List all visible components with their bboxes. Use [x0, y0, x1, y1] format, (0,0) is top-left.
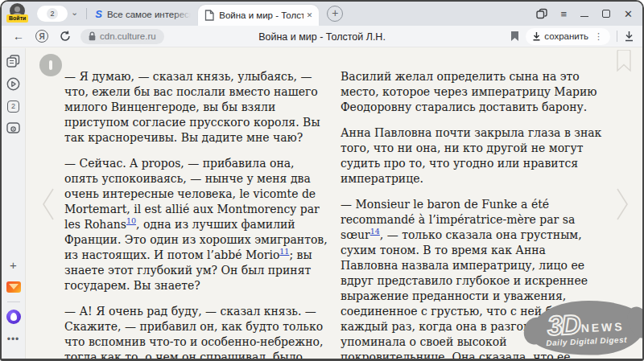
panels-icon[interactable]	[6, 53, 22, 69]
book-text: — Я думаю, — сказал князь, улыбаясь, — ч…	[64, 69, 606, 361]
reload-icon[interactable]	[60, 31, 71, 42]
footnote-link[interactable]: 14	[370, 227, 380, 236]
reader-marker-button[interactable]	[39, 54, 62, 76]
close-tab-icon[interactable]: ✕	[307, 11, 313, 19]
browser-window: Войти 2 ⌄ S Все самое интересное из Войн…	[0, 0, 644, 361]
maximize-glyph	[602, 10, 610, 18]
bookmark-ribbon-icon[interactable]	[616, 50, 632, 72]
book-paragraph: Анна Павловна почти закрыла глаза в знак…	[341, 125, 606, 187]
video-icon[interactable]	[6, 76, 22, 92]
page-title: Война и мир - Толстой Л.Н.	[258, 26, 386, 47]
minimize-icon[interactable]	[580, 11, 588, 17]
downloads-icon[interactable]	[624, 31, 634, 42]
actions-divider	[617, 31, 617, 42]
chevron-down-icon[interactable]: ⌄	[71, 7, 78, 18]
tab-label-wrap: Все самое интересное из	[107, 6, 191, 21]
alice-icon[interactable]	[6, 309, 22, 325]
mail-icon[interactable]	[6, 279, 22, 295]
save-button[interactable]: сохранить ⋮	[526, 28, 610, 45]
maximize-icon[interactable]	[602, 10, 610, 18]
menu-icon[interactable]: ≡	[561, 9, 568, 19]
tab-active[interactable]: Война и мир - Толстой ✕	[198, 5, 319, 26]
avatar-head	[14, 6, 20, 12]
tab-group-count: 2	[47, 8, 58, 19]
domain-text: cdn.culture.ru	[100, 31, 156, 41]
yandex-logo: Я	[35, 30, 48, 43]
close-window-icon[interactable]: ✕	[624, 9, 633, 19]
book-paragraph: — Сейчас. A propos, — прибавила она, опя…	[64, 156, 330, 293]
camera-icon[interactable]	[6, 121, 22, 137]
book-paragraph: Василий желал определить сына на это мес…	[341, 69, 606, 115]
address-bar-actions: сохранить ⋮	[510, 28, 642, 45]
book-column-left: — Я думаю, — сказал князь, улыбаясь, — ч…	[64, 69, 330, 361]
address-bar: ← Я cdn.culture.ru Война и мир - Толстой…	[2, 26, 642, 47]
kebab-icon[interactable]: ⋮	[592, 31, 605, 42]
sidebar-divider	[7, 302, 20, 302]
footnote-link[interactable]: 10	[126, 216, 136, 225]
document-icon	[204, 10, 214, 21]
browser-sidebar: 2 + •••	[2, 48, 26, 359]
tab-label: Война и мир - Толстой	[219, 10, 303, 20]
profile-button[interactable]: Войти	[6, 2, 31, 26]
watermark-news: NEWS	[580, 319, 625, 334]
save-label: сохранить	[544, 31, 588, 41]
tab-strip: Войти 2 ⌄ S Все самое интересное из Войн…	[2, 2, 642, 26]
download-icon	[532, 31, 541, 41]
reader-page: — Я думаю, — сказал князь, улыбаясь, — ч…	[27, 48, 642, 359]
next-page-icon[interactable]	[613, 187, 631, 222]
bookmark-icon[interactable]	[510, 31, 519, 42]
book-paragraph: — Я думаю, — сказал князь, улыбаясь, — ч…	[64, 69, 330, 146]
tab-counter-value: 2	[7, 101, 19, 113]
watermark-text: 3D NEWS Daily Digital Digest	[525, 297, 644, 361]
prev-page-icon[interactable]	[39, 187, 57, 222]
new-tab-button[interactable]: +	[327, 6, 343, 22]
tab-counter-icon[interactable]: 2	[6, 98, 22, 114]
tab-label: Все самое интересное из	[107, 10, 191, 19]
alice-glyph	[6, 310, 21, 324]
domain-pill[interactable]: cdn.culture.ru	[80, 29, 164, 44]
3dnews-watermark: 3D NEWS Daily Digital Digest	[525, 297, 644, 361]
back-icon[interactable]: ←	[13, 30, 24, 43]
content-area: 2 + ••• — Я д	[2, 48, 642, 359]
footnote-link[interactable]: 11	[279, 247, 289, 256]
lock-icon	[89, 31, 96, 41]
more-icon[interactable]: •••	[6, 331, 22, 347]
tab-divider	[86, 8, 87, 19]
site-favicon: S	[95, 8, 102, 20]
tab-inactive[interactable]: S Все самое интересное из	[92, 6, 198, 21]
add-panel-icon[interactable]: +	[6, 256, 22, 273]
minimize-glyph	[580, 16, 588, 17]
watermark-3d: 3D	[547, 313, 580, 337]
yandex-icon[interactable]: Я	[35, 30, 48, 43]
mail-glyph	[6, 281, 21, 293]
book-paragraph: — А! Я очень рад буду, — сказал князь. —…	[64, 304, 330, 361]
login-badge[interactable]: Войти	[6, 14, 28, 23]
window-controls: ≡ ✕	[536, 8, 643, 19]
tab-overview-icon[interactable]	[536, 8, 547, 19]
tab-group-pill[interactable]: 2	[37, 6, 68, 22]
